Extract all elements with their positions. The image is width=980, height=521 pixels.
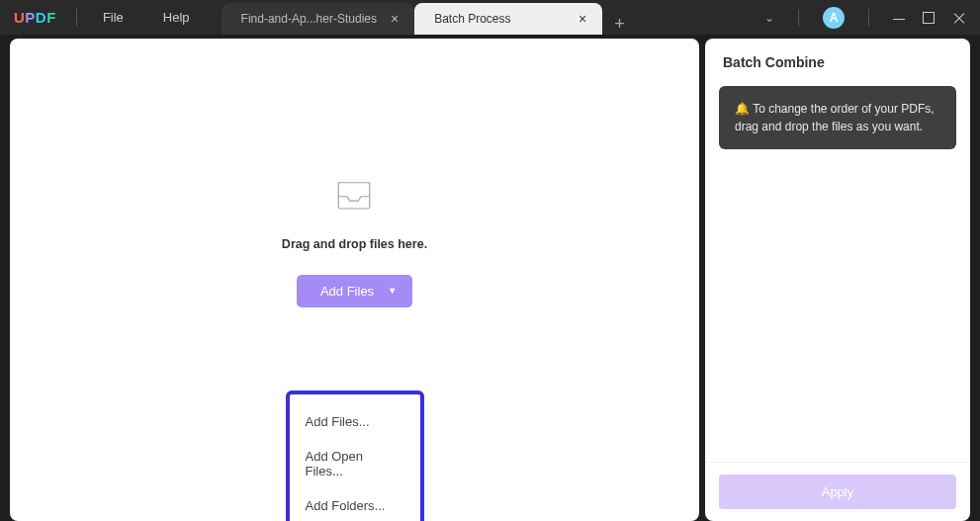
divider	[868, 9, 869, 27]
maximize-button[interactable]	[923, 12, 935, 24]
tab-batch-process[interactable]: Batch Process ×	[414, 3, 602, 35]
titlebar: UPDF File Help Find-and-Ap...her-Studies…	[0, 0, 980, 35]
apply-button[interactable]: Apply	[719, 475, 956, 509]
close-icon[interactable]: ×	[391, 11, 399, 27]
divider	[76, 9, 77, 27]
inbox-icon	[333, 174, 375, 219]
chevron-down-icon: ▼	[388, 286, 397, 296]
tab-label: Find-and-Ap...her-Studies	[241, 12, 377, 26]
new-tab-button[interactable]: +	[614, 14, 625, 35]
menu-file[interactable]: File	[83, 10, 143, 25]
menu-help[interactable]: Help	[143, 10, 210, 25]
dropdown-add-open-files[interactable]: Add Open Files...	[290, 439, 420, 488]
tab-label: Batch Process	[434, 12, 510, 26]
app-logo: UPDF	[0, 9, 70, 26]
workspace: Drag and drop files here. Add Files ▼ Ad…	[0, 35, 980, 521]
tab-strip: Find-and-Ap...her-Studies × Batch Proces…	[222, 0, 625, 35]
add-files-label: Add Files	[320, 284, 374, 299]
drop-instruction: Drag and drop files here.	[282, 237, 427, 251]
dropdown-add-files[interactable]: Add Files...	[290, 404, 420, 439]
side-panel-title: Batch Combine	[705, 39, 970, 86]
side-footer: Apply	[705, 462, 970, 521]
dropdown-add-folders[interactable]: Add Folders...	[290, 488, 420, 521]
tip-box: 🔔 To change the order of your PDFs, drag…	[719, 86, 956, 149]
bell-icon: 🔔	[735, 102, 750, 116]
close-window-button[interactable]	[952, 11, 966, 25]
divider	[798, 9, 799, 27]
add-files-dropdown: Add Files... Add Open Files... Add Folde…	[286, 391, 424, 521]
add-files-button[interactable]: Add Files ▼	[297, 275, 412, 307]
dropzone: Drag and drop files here. Add Files ▼	[282, 174, 427, 307]
window-controls: ⌄ A	[764, 7, 980, 29]
tip-text: To change the order of your PDFs, drag a…	[735, 102, 935, 133]
side-panel: Batch Combine 🔔 To change the order of y…	[705, 39, 970, 521]
close-icon[interactable]: ×	[579, 11, 586, 27]
user-avatar[interactable]: A	[823, 7, 845, 29]
main-drop-area[interactable]: Drag and drop files here. Add Files ▼ Ad…	[10, 39, 699, 521]
tab-document[interactable]: Find-and-Ap...her-Studies ×	[222, 3, 415, 35]
chevron-down-icon[interactable]: ⌄	[764, 11, 774, 25]
minimize-button[interactable]	[893, 8, 905, 20]
